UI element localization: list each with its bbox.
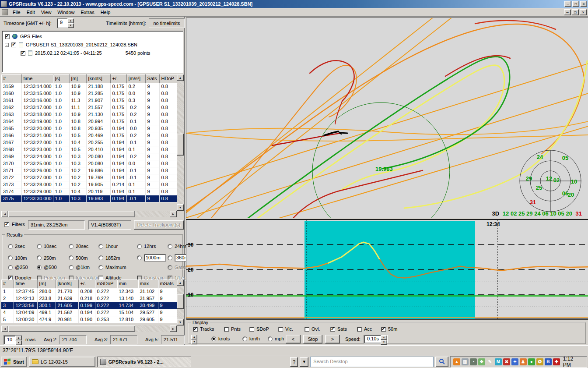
column-header[interactable]: #: [1, 280, 14, 288]
table-row[interactable]: 316312:33:18.0001.010.921.1300.175-0.290…: [1, 111, 177, 118]
hscroll-thumb[interactable]: [8, 326, 135, 332]
tree-root-label[interactable]: GPS-Files: [20, 34, 42, 39]
stop-button[interactable]: Stop: [303, 335, 322, 343]
filters-summary-field[interactable]: 31min, 23.252km: [28, 220, 85, 230]
tree-session-label[interactable]: 2015.02.12 02:41:05 - 04:11:25: [35, 50, 102, 56]
tray-icon-3[interactable]: ◔: [470, 358, 477, 365]
track-map[interactable]: 24052912021025062031 19.983 3D 12 02 25 …: [186, 18, 588, 218]
child-restore-button[interactable]: ❐: [572, 9, 579, 15]
tray-icon-10[interactable]: ●: [528, 358, 535, 365]
radio-km/h[interactable]: [242, 336, 247, 341]
speed-graph[interactable]: 12:34 302010: [186, 219, 588, 319]
tray-icon-9[interactable]: ♟: [520, 358, 527, 365]
table-row[interactable]: 315912:33:14.0001.010.921.1880.1750.290.…: [1, 83, 177, 90]
column-header[interactable]: mSDoP: [95, 280, 117, 288]
deskbar-menu-button[interactable]: ▾: [300, 357, 308, 367]
results-hscrollbar[interactable]: ◄ ►: [1, 326, 177, 332]
close-button[interactable]: ×: [580, 1, 587, 7]
scroll-left-icon[interactable]: ◄: [1, 211, 8, 217]
step-back-button[interactable]: <: [286, 335, 301, 343]
minimize-button[interactable]: –: [564, 1, 571, 7]
menu-edit[interactable]: Edit: [24, 8, 38, 16]
tray-icon-5[interactable]: ✎: [486, 358, 494, 365]
custom-distance-input[interactable]: 1000m: [144, 254, 166, 262]
radio-100m[interactable]: [8, 255, 13, 260]
checkbox-Ovl.[interactable]: [304, 327, 309, 332]
radio-24hrs[interactable]: [168, 244, 172, 249]
checkbox-SDoP[interactable]: [249, 327, 254, 332]
tray-icon-6[interactable]: M: [495, 358, 502, 365]
table-row[interactable]: 316512:33:20.0001.010.820.9350.194-0.090…: [1, 125, 177, 132]
tree-item-session[interactable]: 2015.02.12 02:41:05 - 04:11:25 5450 poin…: [21, 50, 150, 56]
results-vscrollbar[interactable]: ▲ ▼: [177, 280, 184, 326]
tray-icon-12[interactable]: B: [545, 358, 552, 365]
scroll-right-icon[interactable]: ►: [170, 211, 177, 217]
column-header[interactable]: #: [1, 74, 21, 83]
menu-help[interactable]: Help: [98, 8, 114, 16]
scroll-down-icon[interactable]: ▼: [177, 319, 184, 326]
table-row[interactable]: 413:04:09499.121.5620.1940.27215.10429.5…: [1, 309, 177, 316]
spin-up-icon[interactable]: ▲: [15, 336, 22, 340]
column-header[interactable]: mSats: [158, 280, 177, 288]
timezone-spinner[interactable]: 9 ▲▼: [57, 18, 74, 28]
table-row[interactable]: 316212:33:17.0001.011.121.5570.175-0.290…: [1, 104, 177, 111]
column-header[interactable]: HDoP: [159, 74, 177, 83]
radio-2sec[interactable]: [8, 244, 13, 249]
menu-file[interactable]: File: [10, 8, 24, 16]
scroll-up-icon[interactable]: ▲: [177, 280, 184, 286]
radio-@250[interactable]: [8, 265, 13, 270]
timelimits-value[interactable]: no timelimits: [149, 18, 185, 28]
radio-knots[interactable]: [211, 336, 216, 341]
delete-trackpoints-button[interactable]: Delete Trackpoint(s): [134, 220, 184, 230]
collapse-icon[interactable]: -: [5, 43, 9, 47]
start-button[interactable]: Start: [1, 357, 27, 367]
track-map-canvas[interactable]: 24052912021025062031 19.983: [186, 18, 588, 218]
filters-checkbox[interactable]: [4, 222, 9, 227]
table-row[interactable]: 316612:33:21.0001.010.520.4690.175-0.290…: [1, 132, 177, 139]
table-row[interactable]: 316012:33:15.0001.010.921.2850.1750.090.…: [1, 90, 177, 97]
speed-graph-canvas[interactable]: [186, 220, 588, 320]
table-row[interactable]: 316812:33:23.0001.010.520.4100.1940.190.…: [1, 146, 177, 153]
column-header[interactable]: [s]: [53, 74, 69, 83]
column-header[interactable]: min: [117, 280, 138, 288]
checkbox-Acc[interactable]: [357, 327, 362, 332]
table-row[interactable]: 316712:33:22.0001.010.420.2550.194-0.190…: [1, 139, 177, 146]
menu-extras[interactable]: Extras: [77, 8, 97, 16]
checkbox-Sats[interactable]: [330, 327, 335, 332]
spin-down-icon[interactable]: ▼: [15, 340, 22, 345]
checkbox-Vic.[interactable]: [278, 327, 283, 332]
rows-spinner[interactable]: 10 ▲▼: [4, 335, 22, 345]
step-forward-button[interactable]: >: [325, 335, 340, 343]
tray-icon-4[interactable]: ❖: [478, 358, 485, 365]
radio-custom-time[interactable]: [168, 255, 172, 260]
radio-Gates[interactable]: [168, 265, 172, 270]
radio-250m[interactable]: [37, 255, 42, 260]
table-row[interactable]: 317012:33:25.0001.010.320.0800.1940.090.…: [1, 160, 177, 167]
column-header[interactable]: max: [138, 280, 158, 288]
table-row[interactable]: 317112:33:26.0001.010.219.8860.194-0.190…: [1, 167, 177, 174]
tree-file-label[interactable]: GPSUSER S1_133201039_20150212_124028.SBN: [26, 42, 137, 47]
trackpoints-vscrollbar[interactable]: ▲ ▼: [177, 74, 184, 211]
taskbar-item-folder[interactable]: LG 12-02-15: [29, 357, 95, 367]
table-row[interactable]: 513:00:30474.920.9810.1900.25312.81029.6…: [1, 316, 177, 323]
session-checkbox[interactable]: [21, 51, 25, 56]
radio-1852m[interactable]: [98, 255, 103, 260]
scroll-left-icon[interactable]: ◄: [1, 326, 8, 332]
column-header[interactable]: [knots]: [86, 74, 110, 83]
scroll-right-icon[interactable]: ►: [170, 326, 177, 332]
spin-down-icon[interactable]: ▼: [67, 23, 74, 28]
taskbar-item-gpsresults[interactable]: GPSResults V6.123 - 2...: [97, 357, 192, 367]
tray-icon-11[interactable]: ✪: [536, 358, 543, 365]
radio-12hrs[interactable]: [137, 244, 142, 249]
table-row[interactable]: 316112:33:16.0001.011.321.9070.1750.390.…: [1, 97, 177, 104]
zoom-spinner[interactable]: ▲▼: [191, 335, 197, 343]
column-header[interactable]: [m/s²]: [126, 74, 145, 83]
table-row[interactable]: 317512:33:30.0001.010.319.9830.194-0.190…: [1, 195, 177, 202]
radio-custom-distance[interactable]: [137, 255, 142, 260]
column-header[interactable]: +/-: [110, 74, 126, 83]
scroll-down-icon[interactable]: ▼: [177, 204, 184, 211]
radio-mph[interactable]: [268, 336, 273, 341]
radio-500m[interactable]: [69, 255, 74, 260]
search-input[interactable]: Search Desktop: [310, 357, 434, 367]
radio-Maximum[interactable]: [98, 265, 103, 270]
